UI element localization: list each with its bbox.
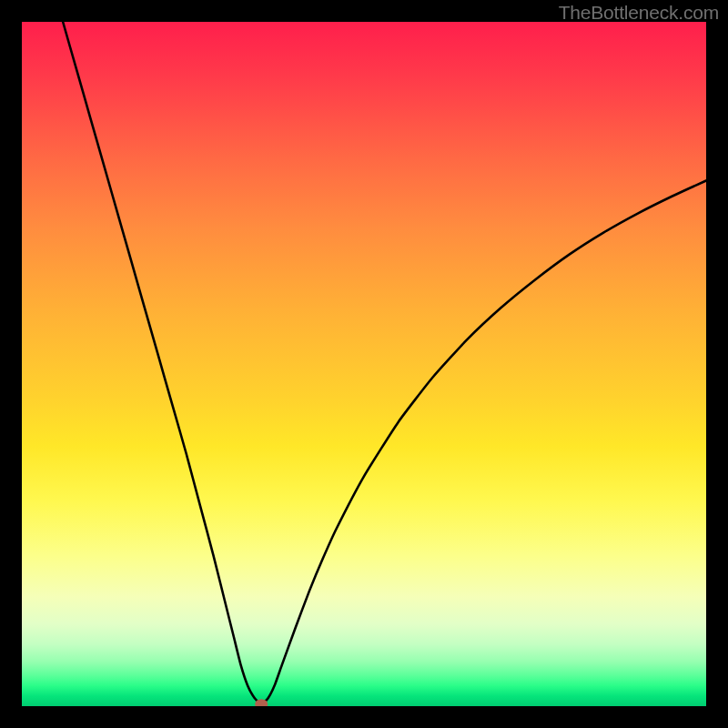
chart-frame: TheBottleneck.com xyxy=(0,0,728,728)
curve-layer xyxy=(22,22,706,706)
bottleneck-curve xyxy=(63,22,706,704)
attribution-label: TheBottleneck.com xyxy=(559,2,719,24)
plot-area xyxy=(22,22,706,706)
